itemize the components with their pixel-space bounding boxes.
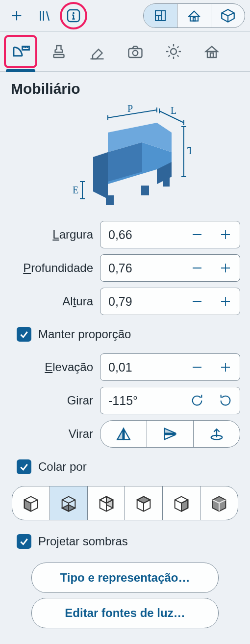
width-label: Largura — [0, 228, 93, 242]
elevation-field[interactable]: 0,01 — [100, 353, 240, 381]
keep-ratio-label: Manter proporção — [38, 327, 131, 341]
svg-line-4 — [47, 11, 49, 21]
svg-marker-14 — [189, 11, 199, 17]
depth-value[interactable]: 0,76 — [100, 261, 183, 275]
eraser-tool[interactable] — [83, 38, 111, 65]
elevation-label: Elevação — [0, 360, 93, 374]
svg-marker-75 — [62, 505, 75, 511]
svg-line-35 — [177, 47, 179, 48]
measure-tool[interactable] — [7, 38, 34, 65]
section-title: Mobiliário — [0, 72, 250, 100]
info-icon — [66, 8, 81, 24]
paste-by-row[interactable]: Colar por — [0, 451, 250, 483]
elevation-value[interactable]: 0,01 — [100, 360, 183, 375]
svg-point-6 — [73, 12, 75, 14]
keep-ratio-checkbox[interactable] — [17, 327, 31, 342]
height-decrease[interactable] — [183, 288, 211, 315]
paste-by-checkbox[interactable] — [17, 459, 31, 474]
height-field[interactable]: 0,79 — [100, 288, 240, 315]
svg-point-26 — [133, 51, 138, 56]
mirror-vertical[interactable] — [147, 421, 193, 447]
rotate-label: Girar — [0, 394, 93, 407]
dim-label-t: T — [187, 145, 191, 156]
svg-marker-82 — [137, 497, 150, 503]
depth-decrease[interactable] — [183, 255, 211, 281]
library-button[interactable] — [32, 4, 56, 27]
depth-row: Profundidade 0,76 — [0, 251, 250, 285]
svg-rect-5 — [68, 10, 79, 22]
home-tool[interactable] — [198, 38, 225, 65]
svg-rect-45 — [141, 186, 149, 195]
type-representation-button[interactable]: Tipo e representação… — [31, 563, 219, 593]
rotate-value[interactable]: -115° — [100, 394, 183, 408]
height-value[interactable]: 0,79 — [100, 295, 183, 309]
width-decrease[interactable] — [183, 221, 211, 248]
face-bottom[interactable] — [50, 486, 87, 520]
width-increase[interactable] — [211, 221, 240, 248]
cast-shadows-checkbox[interactable] — [17, 534, 31, 549]
view-elevation-button[interactable] — [177, 4, 211, 27]
rotate-cw[interactable] — [183, 387, 211, 414]
elevation-row: Elevação 0,01 — [0, 350, 250, 384]
keep-ratio-row[interactable]: Manter proporção — [0, 318, 250, 350]
height-label: Altura — [0, 295, 93, 308]
cast-shadows-label: Projetar sombras — [38, 535, 128, 548]
svg-line-32 — [169, 47, 170, 48]
edit-lights-button[interactable]: Editar fontes de luz… — [31, 598, 219, 628]
cast-shadows-row[interactable]: Projetar sombras — [0, 525, 250, 558]
height-row: Altura 0,79 — [0, 285, 250, 318]
face-top[interactable] — [125, 486, 162, 520]
add-button[interactable] — [5, 4, 28, 27]
top-toolbar — [0, 0, 250, 32]
svg-marker-64 — [117, 430, 123, 440]
svg-marker-42 — [93, 152, 108, 199]
width-field[interactable]: 0,66 — [100, 221, 240, 248]
view-3d-button[interactable] — [211, 4, 245, 27]
rotate-ccw[interactable] — [211, 387, 240, 414]
svg-rect-16 — [193, 18, 195, 21]
view-plan-button[interactable] — [144, 4, 177, 27]
svg-rect-15 — [190, 16, 198, 21]
svg-marker-23 — [93, 50, 102, 59]
stamp-tool[interactable] — [45, 38, 73, 65]
svg-line-34 — [169, 55, 170, 57]
svg-point-27 — [171, 49, 176, 54]
light-tool[interactable] — [160, 38, 187, 65]
svg-rect-44 — [106, 195, 114, 205]
depth-increase[interactable] — [211, 255, 240, 281]
svg-rect-46 — [163, 178, 170, 187]
svg-rect-22 — [54, 54, 64, 57]
svg-rect-38 — [210, 53, 213, 57]
svg-marker-65 — [124, 430, 129, 440]
rotate-field[interactable]: -115° — [100, 387, 240, 414]
width-row: Largura 0,66 — [0, 218, 250, 251]
width-value[interactable]: 0,66 — [100, 228, 183, 242]
info-button-highlighted[interactable] — [60, 2, 87, 29]
depth-label: Profundidade — [0, 261, 93, 275]
svg-line-33 — [177, 55, 179, 57]
face-back[interactable] — [87, 486, 125, 520]
paste-face-group — [12, 486, 238, 520]
dim-label-p: P — [127, 103, 133, 114]
mirror-reset[interactable] — [193, 421, 240, 447]
tool-toolbar — [0, 32, 250, 72]
elevation-decrease[interactable] — [183, 354, 211, 380]
face-all[interactable] — [200, 486, 238, 520]
mirror-group — [100, 420, 240, 448]
svg-marker-79 — [106, 497, 113, 508]
face-right[interactable] — [162, 486, 200, 520]
camera-tool[interactable] — [122, 38, 149, 65]
dim-label-e: E — [73, 185, 78, 195]
svg-marker-36 — [206, 47, 218, 52]
svg-marker-85 — [181, 500, 188, 511]
depth-field[interactable]: 0,76 — [100, 254, 240, 282]
elevation-increase[interactable] — [211, 354, 240, 380]
svg-marker-68 — [165, 434, 176, 439]
rotate-row: Girar -115° — [0, 384, 250, 417]
svg-marker-67 — [165, 429, 176, 433]
mirror-label: Virar — [0, 427, 93, 441]
mirror-row: Virar — [0, 417, 250, 451]
height-increase[interactable] — [211, 288, 240, 315]
mirror-horizontal[interactable] — [100, 421, 147, 447]
face-left[interactable] — [12, 486, 50, 520]
